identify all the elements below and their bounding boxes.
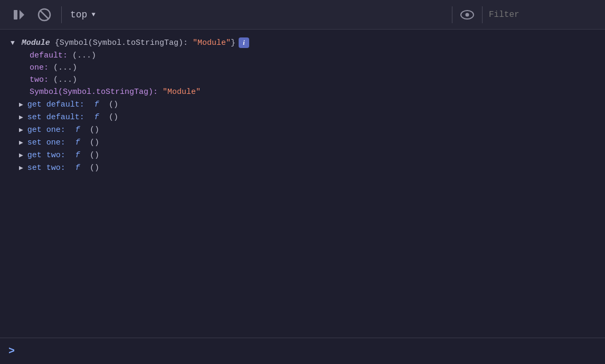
context-selector[interactable]: top ▼	[66, 9, 450, 20]
getter-default-label: get default: f ()	[27, 100, 118, 109]
prop-key-one: one:	[30, 63, 53, 72]
svg-rect-0	[14, 10, 17, 20]
prop-val-symbol: "Module"	[163, 88, 201, 97]
setter-one-line: set one: f ()	[11, 136, 605, 149]
getter-two-label: get two: f ()	[27, 150, 99, 160]
eye-button[interactable]	[455, 4, 480, 25]
prop-key-symbol: Symbol(Symbol.toStringTag):	[30, 88, 163, 97]
console-output: Module {Symbol(Symbol.toStringTag): "Mod…	[0, 30, 605, 338]
prop-key-default: default:	[30, 51, 72, 60]
module-header-line: Module {Symbol(Symbol.toStringTag): "Mod…	[11, 36, 605, 50]
setter-two-line: set two: f ()	[11, 161, 605, 174]
prop-val-default: (...)	[72, 51, 96, 60]
setter-default-label: set default: f ()	[27, 112, 118, 122]
prompt-arrow-icon: >	[8, 345, 15, 357]
getter-two-toggle[interactable]	[19, 151, 23, 159]
prop-val-two: (...)	[53, 75, 77, 84]
dropdown-arrow-icon[interactable]: ▼	[91, 11, 95, 18]
block-button[interactable]	[32, 4, 57, 25]
svg-point-5	[466, 13, 469, 16]
module-symbol-val: "Module"	[193, 39, 231, 47]
console-input-bar: >	[0, 338, 605, 364]
console-input[interactable]	[19, 347, 597, 356]
divider-1	[61, 6, 62, 23]
prop-two: two: (...)	[11, 74, 605, 86]
module-close-brace: }	[231, 39, 235, 47]
console-toolbar: top ▼	[0, 0, 605, 30]
context-label: top	[70, 9, 87, 20]
info-badge[interactable]: i	[239, 37, 249, 48]
divider-3	[482, 6, 483, 23]
prop-val-one: (...)	[53, 63, 77, 72]
svg-line-3	[40, 11, 49, 19]
prop-one: one: (...)	[11, 62, 605, 74]
getter-default-line: get default: f ()	[11, 98, 605, 111]
module-symbol-key: {Symbol(Symbol.toStringTag):	[55, 39, 193, 47]
setter-one-label: set one: f ()	[27, 138, 99, 147]
setter-two-toggle[interactable]	[19, 164, 23, 172]
getter-two-line: get two: f ()	[11, 149, 605, 161]
getter-one-line: get one: f ()	[11, 123, 605, 136]
play-button[interactable]	[6, 4, 32, 25]
setter-default-toggle[interactable]	[19, 113, 23, 121]
prop-default: default: (...)	[11, 50, 605, 62]
module-title: Module	[17, 39, 55, 47]
setter-two-label: set two: f ()	[27, 163, 99, 173]
getter-one-toggle[interactable]	[19, 126, 23, 134]
prop-key-two: two:	[30, 75, 53, 84]
getter-one-label: get one: f ()	[27, 125, 99, 135]
setter-default-line: set default: f ()	[11, 111, 605, 123]
getter-default-toggle[interactable]	[19, 100, 23, 109]
prop-symbol: Symbol(Symbol.toStringTag): "Module"	[11, 86, 605, 98]
divider-2	[452, 6, 452, 23]
filter-input[interactable]	[485, 8, 599, 22]
svg-marker-1	[20, 10, 24, 20]
setter-one-toggle[interactable]	[19, 138, 23, 147]
module-expand-toggle[interactable]	[11, 39, 15, 47]
